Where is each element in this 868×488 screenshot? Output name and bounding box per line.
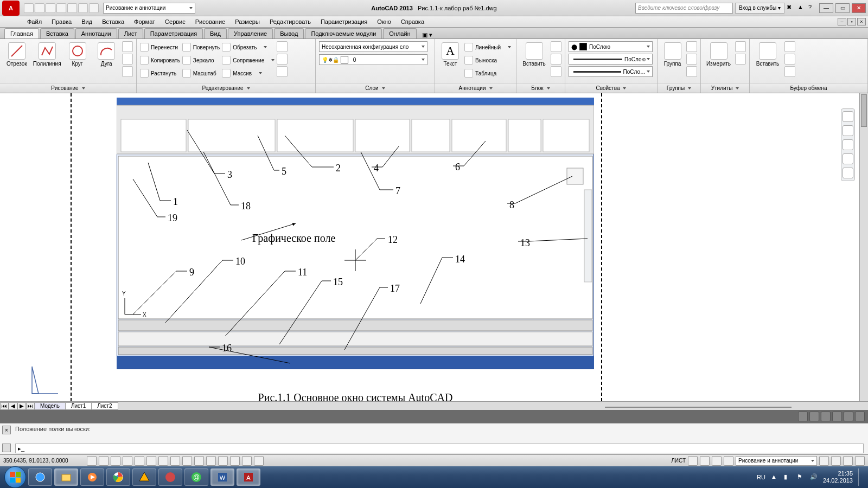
db-icon-3[interactable] xyxy=(821,412,831,421)
panel-draw-title[interactable]: Рисование xyxy=(0,83,136,93)
ribbon-extra-icon[interactable]: ▣ ▾ xyxy=(422,31,432,38)
ungroup-icon[interactable] xyxy=(686,41,697,52)
menu-modify[interactable]: Редактировать xyxy=(270,18,311,25)
sb-clean-icon[interactable] xyxy=(855,456,865,466)
block-insert-button[interactable]: Вставить xyxy=(520,41,548,68)
panel-groups-title[interactable]: Группы xyxy=(658,83,700,93)
sb-annoscale-icon[interactable] xyxy=(724,456,733,466)
select-all-icon[interactable] xyxy=(735,41,746,52)
taskbar-ie[interactable] xyxy=(28,468,52,486)
sb-lwt-icon[interactable] xyxy=(206,456,216,466)
trim-button[interactable]: Обрезать xyxy=(222,41,275,53)
lineweight-combo[interactable]: ПоСлою xyxy=(569,54,653,65)
tray-network-icon[interactable]: ▮ xyxy=(784,473,792,481)
mirror-button[interactable]: Зеркало xyxy=(182,54,220,66)
menu-tools[interactable]: Сервис xyxy=(165,18,186,25)
scroll-thumb[interactable] xyxy=(605,407,792,408)
close-button[interactable]: ✕ xyxy=(852,3,866,13)
drawing-area[interactable]: YX 1 2 3 xyxy=(0,93,859,401)
group-edit-icon[interactable] xyxy=(686,54,697,65)
db-icon-4[interactable] xyxy=(832,412,842,421)
panel-utilities-title[interactable]: Утилиты xyxy=(701,83,749,93)
model-paper-toggle[interactable]: ЛИСТ xyxy=(671,458,686,464)
tab-home[interactable]: Главная xyxy=(4,28,39,38)
leader-button[interactable]: Выноска xyxy=(464,54,511,66)
tab-layout[interactable]: Лист xyxy=(118,28,143,38)
panel-annotation-title[interactable]: Аннотации xyxy=(435,83,516,93)
arc-button[interactable]: Дуга xyxy=(93,41,120,68)
menu-insert[interactable]: Вставка xyxy=(102,18,124,25)
taskbar-app1[interactable] xyxy=(132,468,156,486)
nav-orbit-icon[interactable] xyxy=(843,168,853,178)
sb-quickview-icon[interactable] xyxy=(700,456,710,466)
taskbar-app2[interactable] xyxy=(158,468,182,486)
sb-ortho-icon[interactable] xyxy=(123,456,132,466)
taskbar-chrome[interactable] xyxy=(106,468,130,486)
measure-button[interactable]: Измерить xyxy=(704,41,733,68)
menu-format[interactable]: Формат xyxy=(134,18,155,25)
menu-edit[interactable]: Правка xyxy=(52,18,72,25)
taskbar-wmp[interactable] xyxy=(80,468,104,486)
minimize-button[interactable]: — xyxy=(819,3,833,13)
tab-last[interactable]: ⏭ xyxy=(26,402,35,410)
erase-icon[interactable] xyxy=(277,41,288,52)
infocenter-search[interactable]: Введите ключевое слово/фразу xyxy=(635,3,733,14)
menu-help[interactable]: Справка xyxy=(401,18,424,25)
sb-snap-icon[interactable] xyxy=(99,456,108,466)
tray-action-icon[interactable]: ⚑ xyxy=(797,473,805,481)
tab-output[interactable]: Вывод xyxy=(274,28,304,38)
vertical-scrollbar[interactable] xyxy=(859,93,868,401)
tab-first[interactable]: ⏮ xyxy=(0,402,9,410)
language-indicator[interactable]: RU xyxy=(757,474,765,480)
start-button[interactable] xyxy=(4,466,26,488)
show-desktop-button[interactable] xyxy=(858,468,864,486)
nav-zoom-icon[interactable] xyxy=(843,153,853,164)
sb-grid-icon[interactable] xyxy=(111,456,120,466)
tab-layout2[interactable]: Лист2 xyxy=(91,402,118,410)
mdi-minimize[interactable]: – xyxy=(838,18,846,25)
tab-next[interactable]: ▶ xyxy=(17,402,26,410)
move-button[interactable]: Перенести xyxy=(140,41,180,53)
status-workspace-selector[interactable]: Рисование и аннотации xyxy=(736,456,817,466)
help-icon[interactable]: ? xyxy=(808,4,817,12)
qat-saveas-icon[interactable] xyxy=(56,3,66,13)
sb-isolate-icon[interactable] xyxy=(843,456,853,466)
sb-infer-icon[interactable] xyxy=(87,456,97,466)
panel-layers-title[interactable]: Слои xyxy=(316,83,435,93)
hatch-icon[interactable] xyxy=(122,66,133,77)
panel-block-title[interactable]: Блок xyxy=(516,83,565,93)
array-button[interactable]: Массив xyxy=(222,67,275,79)
app-menu-button[interactable]: A xyxy=(2,1,20,16)
mdi-close[interactable]: × xyxy=(857,18,866,25)
tab-prev[interactable]: ◀ xyxy=(9,402,17,410)
tab-parametric[interactable]: Параметризация xyxy=(144,28,203,38)
match-prop-icon[interactable] xyxy=(784,66,795,77)
tab-layout1[interactable]: Лист1 xyxy=(65,402,92,410)
paste-button[interactable]: Вставить xyxy=(753,41,782,68)
tab-view[interactable]: Вид xyxy=(204,28,227,38)
qat-plot-icon[interactable] xyxy=(67,3,77,13)
tab-online[interactable]: Онлайн xyxy=(383,28,416,38)
menu-file[interactable]: Файл xyxy=(27,18,42,25)
tab-annotate[interactable]: Аннотации xyxy=(75,28,117,38)
menu-parametric[interactable]: Параметризация xyxy=(321,18,367,25)
tab-model[interactable]: Модель xyxy=(34,402,66,410)
group-button[interactable]: Группа xyxy=(661,41,684,68)
qat-save-icon[interactable] xyxy=(46,3,55,13)
qat-open-icon[interactable] xyxy=(35,3,44,13)
db-icon-5[interactable] xyxy=(844,412,853,421)
layer-state-combo[interactable]: Несохраненная конфигурация сло xyxy=(319,41,427,52)
block-create-icon[interactable] xyxy=(551,41,561,52)
ellipse-icon[interactable] xyxy=(122,54,133,65)
stretch-button[interactable]: Растянуть xyxy=(140,67,180,79)
command-close-icon[interactable]: × xyxy=(2,426,11,434)
tray-volume-icon[interactable]: 🔊 xyxy=(810,473,818,481)
sb-dyn-icon[interactable] xyxy=(194,456,204,466)
explode-icon[interactable] xyxy=(277,54,288,65)
sb-max-icon[interactable] xyxy=(688,456,698,466)
line-button[interactable]: Отрезок xyxy=(3,41,30,68)
quickcalc-icon[interactable] xyxy=(735,54,746,65)
tab-insert[interactable]: Вставка xyxy=(40,28,74,38)
sb-lock-icon[interactable] xyxy=(819,456,829,466)
sb-sc-icon[interactable] xyxy=(242,456,252,466)
